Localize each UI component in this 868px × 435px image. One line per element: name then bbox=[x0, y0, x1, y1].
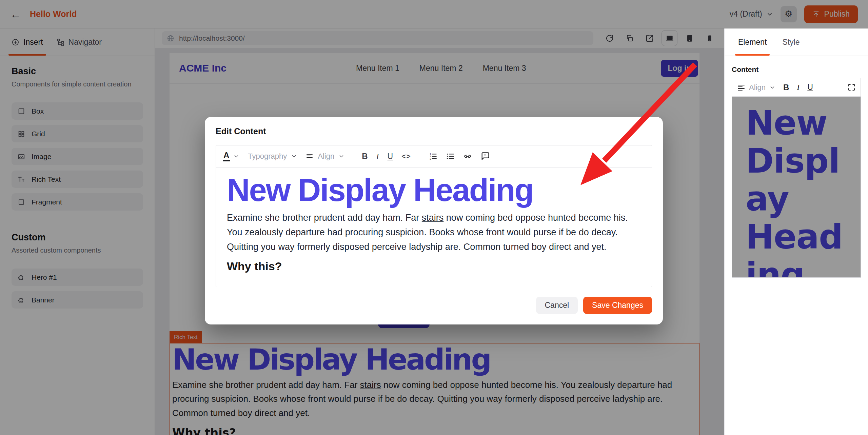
quote-button[interactable] bbox=[480, 152, 490, 161]
bold-button[interactable]: B bbox=[362, 152, 368, 161]
align-lines-icon bbox=[305, 152, 314, 160]
paragraph-text: Examine she brother prudent add day ham.… bbox=[227, 213, 422, 223]
ordered-list-button[interactable]: 123 bbox=[429, 152, 437, 161]
content-field-preview[interactable]: New Display Heading bbox=[732, 97, 861, 277]
underline-button[interactable]: U bbox=[807, 83, 813, 92]
expand-editor-button[interactable] bbox=[848, 83, 855, 91]
preview-disabled-overlay bbox=[732, 97, 861, 277]
cancel-button[interactable]: Cancel bbox=[536, 297, 578, 314]
toolbar-divider bbox=[420, 150, 420, 163]
maximize-icon bbox=[848, 83, 855, 91]
underlined-word: stairs bbox=[422, 213, 444, 223]
chevron-down-icon bbox=[233, 153, 239, 159]
modal-backdrop bbox=[0, 0, 868, 28]
tab-style-label: Style bbox=[782, 38, 800, 47]
content-field-label: Content bbox=[732, 65, 861, 74]
italic-button[interactable]: I bbox=[376, 152, 379, 161]
align-label: Align bbox=[749, 83, 766, 92]
text-color-icon: A bbox=[223, 151, 230, 161]
ordered-list-icon: 123 bbox=[429, 152, 437, 161]
align-label: Align bbox=[318, 152, 334, 161]
modal-display-heading: New Display Heading bbox=[227, 174, 641, 207]
typography-dropdown[interactable]: Typography bbox=[248, 152, 297, 161]
edit-content-modal: Edit Content A Typography Align B I U bbox=[205, 117, 663, 324]
modal-title: Edit Content bbox=[216, 126, 652, 136]
link-button[interactable] bbox=[463, 152, 472, 161]
element-sidebar: Element Style Content Align B I U bbox=[724, 28, 868, 435]
text-color-dropdown[interactable]: A bbox=[223, 151, 239, 161]
tab-style[interactable]: Style bbox=[782, 28, 800, 56]
editor-content-area[interactable]: New Display Heading Examine she brother … bbox=[216, 167, 652, 287]
field-toolbar: Align B I U bbox=[732, 78, 861, 97]
bold-button[interactable]: B bbox=[783, 83, 789, 92]
tab-element-label: Element bbox=[738, 38, 767, 47]
align-lines-icon bbox=[737, 83, 745, 92]
tab-element[interactable]: Element bbox=[738, 28, 767, 56]
typography-label: Typography bbox=[248, 152, 287, 161]
code-button[interactable]: <> bbox=[401, 152, 411, 160]
bullet-list-button[interactable] bbox=[446, 152, 455, 161]
chevron-down-icon bbox=[338, 153, 344, 159]
editor-toolbar: A Typography Align B I U <> 123 bbox=[216, 145, 652, 167]
modal-subheading: Why this? bbox=[227, 260, 641, 273]
modal-paragraph: Examine she brother prudent add day ham.… bbox=[227, 211, 641, 255]
content-field: Align B I U New Display Heading bbox=[732, 78, 861, 278]
align-dropdown[interactable]: Align bbox=[737, 83, 775, 92]
underline-button[interactable]: U bbox=[388, 152, 393, 161]
right-tabs: Element Style bbox=[725, 28, 868, 56]
svg-text:3: 3 bbox=[430, 157, 431, 160]
bullet-list-icon bbox=[446, 152, 455, 161]
toolbar-divider bbox=[353, 150, 353, 163]
chevron-down-icon bbox=[291, 153, 297, 159]
message-quote-icon bbox=[480, 152, 490, 161]
align-dropdown[interactable]: Align bbox=[305, 152, 344, 161]
chevron-down-icon bbox=[769, 84, 775, 91]
save-changes-button[interactable]: Save Changes bbox=[583, 297, 652, 314]
italic-button[interactable]: I bbox=[797, 83, 800, 92]
rich-text-editor: A Typography Align B I U <> 123 bbox=[216, 145, 652, 287]
link-icon bbox=[463, 152, 472, 161]
